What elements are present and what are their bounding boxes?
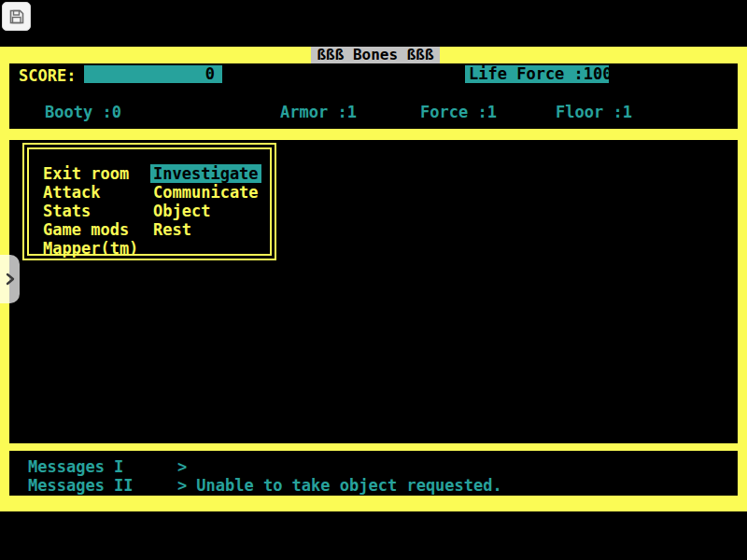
main-panel: Exit room Attack Stats Game mods Mapper(…	[9, 140, 738, 443]
game-screen: ßßß Bones ßßß SCORE: 0 Life Force :100 B…	[0, 0, 747, 560]
save-button[interactable]	[2, 2, 31, 31]
score-value: 0	[205, 64, 215, 83]
messages-2-body: >Unable to take object requested.	[177, 476, 502, 495]
menu-item-mapper[interactable]: Mapper(tm)	[43, 239, 138, 258]
sidebar-expand-handle[interactable]	[0, 255, 20, 303]
messages-panel: Messages I > Messages II >Unable to take…	[9, 451, 738, 496]
stat-force: Force :1	[420, 103, 497, 121]
messages-2-prompt: >	[177, 476, 187, 495]
stat-floor: Floor :1	[556, 103, 632, 121]
stats-panel: SCORE: 0 Life Force :100 Booty :0 Armor …	[9, 63, 738, 129]
menu-item-exit-room[interactable]: Exit room	[43, 164, 138, 183]
floppy-disk-icon	[8, 8, 25, 25]
menu-item-object[interactable]: Object	[153, 202, 261, 220]
messages-1-body: >	[177, 457, 196, 476]
action-menu: Exit room Attack Stats Game mods Mapper(…	[22, 143, 276, 260]
title-bar: ßßß Bones ßßß	[311, 47, 440, 63]
stat-booty: Booty :0	[45, 103, 121, 121]
menu-item-investigate[interactable]: Investigate	[150, 164, 261, 183]
menu-item-stats[interactable]: Stats	[43, 202, 138, 220]
score-bar: 0	[84, 65, 222, 83]
messages-1-prompt: >	[177, 457, 187, 476]
menu-item-game-mods[interactable]: Game mods	[43, 220, 138, 239]
menu-item-communicate[interactable]: Communicate	[153, 183, 261, 202]
menu-item-attack[interactable]: Attack	[43, 183, 138, 202]
game-frame: ßßß Bones ßßß SCORE: 0 Life Force :100 B…	[0, 47, 747, 511]
chevron-right-icon	[5, 273, 16, 286]
score-label: SCORE:	[19, 66, 76, 85]
messages-1-label: Messages I	[28, 457, 123, 476]
game-title: ßßß Bones ßßß	[317, 46, 433, 63]
messages-2-label: Messages II	[28, 476, 134, 495]
messages-2-text: Unable to take object requested.	[196, 476, 502, 495]
stat-armor: Armor :1	[280, 103, 357, 121]
life-force-badge: Life Force :100	[465, 65, 609, 83]
menu-item-rest[interactable]: Rest	[153, 220, 261, 239]
action-menu-right-column: Investigate Communicate Object Rest	[153, 164, 261, 239]
action-menu-left-column: Exit room Attack Stats Game mods Mapper(…	[43, 164, 138, 258]
